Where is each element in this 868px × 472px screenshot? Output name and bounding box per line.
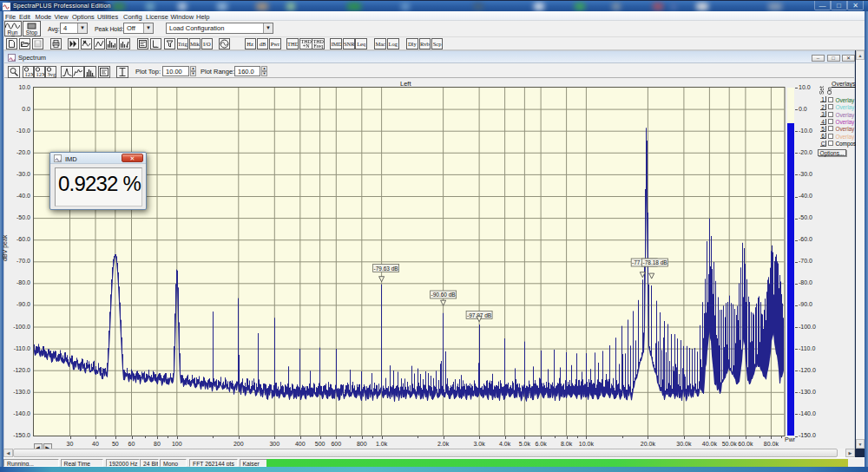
svg-text:-78.18 dB: -78.18 dB xyxy=(643,259,667,266)
svg-text:12X: 12X xyxy=(36,71,45,77)
svg-text:-79.63 dB: -79.63 dB xyxy=(374,266,398,272)
svg-text:3vg: 3vg xyxy=(48,71,57,77)
svg-text:-90.60 dB: -90.60 dB xyxy=(431,292,456,298)
svg-text:12X: 12X xyxy=(24,71,34,77)
